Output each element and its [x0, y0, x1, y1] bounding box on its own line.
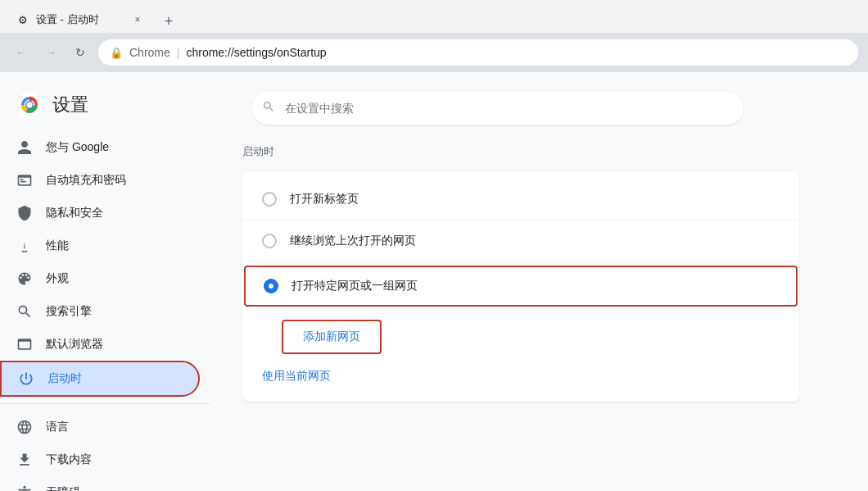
sidebar-label-language: 语言 — [46, 420, 69, 434]
language-icon — [16, 419, 33, 435]
sidebar-item-default-browser[interactable]: 默认浏览器 — [0, 328, 200, 361]
option-new-tab-label: 打开新标签页 — [290, 192, 359, 207]
settings-page-title: 设置 — [52, 93, 88, 117]
sidebar: 设置 您与 Google 自动填充和密码 隐私和安全 — [0, 72, 210, 491]
sidebar-label-appearance: 外观 — [46, 271, 69, 286]
option-continue[interactable]: 继续浏览上次打开的网页 — [242, 220, 799, 261]
lock-icon: 🔒 — [110, 47, 123, 59]
radio-continue[interactable] — [262, 234, 277, 248]
autofill-icon — [16, 172, 33, 189]
svg-point-3 — [27, 102, 33, 108]
new-tab-button[interactable]: + — [157, 10, 180, 33]
refresh-button[interactable]: ↻ — [69, 41, 92, 64]
sidebar-label-google: 您与 Google — [46, 140, 109, 155]
radio-new-tab[interactable] — [262, 192, 277, 207]
tab-close-button[interactable]: × — [131, 13, 144, 26]
sidebar-item-downloads[interactable]: 下载内容 — [0, 443, 200, 476]
browser-icon — [16, 336, 33, 352]
sidebar-label-search: 搜索引擎 — [46, 304, 92, 319]
sidebar-divider — [0, 403, 210, 404]
use-current-button[interactable]: 使用当前网页 — [242, 361, 350, 392]
sidebar-label-default-browser: 默认浏览器 — [46, 337, 103, 352]
svg-rect-5 — [20, 181, 26, 183]
forward-icon: → — [45, 46, 57, 59]
sidebar-label-accessibility: 无障碍 — [46, 485, 80, 491]
chrome-logo-icon — [16, 92, 43, 118]
back-icon: ← — [16, 46, 27, 59]
address-url: chrome://settings/onStartup — [186, 46, 326, 59]
back-button[interactable]: ← — [10, 41, 33, 64]
option-continue-label: 继续浏览上次打开的网页 — [290, 234, 416, 248]
option-new-tab[interactable]: 打开新标签页 — [242, 179, 799, 220]
main-content: 启动时 打开新标签页 继续浏览上次打开的网页 打开特定网页或一组网页 — [210, 72, 868, 491]
active-tab[interactable]: ⚙ 设置 - 启动时 × — [7, 7, 154, 33]
address-input[interactable]: 🔒 Chrome | chrome://settings/onStartup — [98, 39, 858, 66]
startup-icon — [18, 371, 34, 387]
tab-title: 设置 - 启动时 — [36, 12, 124, 27]
settings-container: 设置 您与 Google 自动填充和密码 隐私和安全 — [0, 72, 868, 491]
sidebar-item-language[interactable]: 语言 — [0, 411, 200, 443]
search-icon — [262, 100, 275, 116]
forward-button[interactable]: → — [39, 41, 62, 64]
sidebar-item-startup[interactable]: 启动时 — [0, 361, 200, 397]
sidebar-label-startup: 启动时 — [47, 371, 82, 386]
sidebar-label-privacy: 隐私和安全 — [46, 206, 103, 220]
option-specific-highlighted[interactable]: 打开特定网页或一组网页 — [244, 266, 798, 307]
section-title: 启动时 — [242, 144, 835, 159]
browser-window: ⚙ 设置 - 启动时 × + ← → ↻ 🔒 Chrome | chrome:/… — [0, 0, 868, 72]
svg-rect-4 — [20, 179, 23, 180]
sidebar-item-accessibility[interactable]: 无障碍 — [0, 476, 200, 491]
sidebar-item-performance[interactable]: 性能 — [0, 230, 200, 262]
downloads-icon — [16, 452, 33, 468]
option-specific-label: 打开特定网页或一组网页 — [292, 279, 418, 293]
accessibility-icon — [16, 484, 33, 491]
performance-icon — [16, 238, 33, 254]
sidebar-label-downloads: 下载内容 — [46, 452, 92, 467]
startup-options-card: 打开新标签页 继续浏览上次打开的网页 打开特定网页或一组网页 添加新网页 — [242, 172, 799, 402]
search-input[interactable] — [252, 92, 744, 125]
tab-favicon: ⚙ — [16, 13, 29, 26]
sidebar-item-autofill[interactable]: 自动填充和密码 — [0, 164, 200, 197]
sidebar-item-search[interactable]: 搜索引擎 — [0, 295, 200, 328]
person-icon — [16, 139, 33, 156]
sidebar-item-appearance[interactable]: 外观 — [0, 262, 200, 295]
sidebar-item-google[interactable]: 您与 Google — [0, 131, 200, 164]
settings-search-bar — [252, 92, 744, 125]
tab-bar: ⚙ 设置 - 启动时 × + — [0, 0, 868, 33]
refresh-icon: ↻ — [75, 46, 85, 59]
sidebar-item-privacy[interactable]: 隐私和安全 — [0, 197, 200, 230]
shield-icon — [16, 205, 33, 221]
appearance-icon — [16, 271, 33, 287]
divider-2 — [242, 261, 799, 262]
address-separator: | — [177, 46, 180, 59]
search-icon — [16, 303, 33, 320]
radio-specific[interactable] — [264, 279, 278, 293]
sidebar-label-autofill: 自动填充和密码 — [46, 173, 126, 188]
chrome-label: Chrome — [129, 46, 170, 59]
sidebar-nav: 您与 Google 自动填充和密码 隐私和安全 性能 — [0, 131, 210, 491]
sidebar-label-performance: 性能 — [46, 239, 69, 253]
settings-header: 设置 — [0, 85, 210, 131]
address-bar-row: ← → ↻ 🔒 Chrome | chrome://settings/onSta… — [0, 33, 868, 72]
use-current-container: 使用当前网页 — [242, 361, 799, 392]
add-page-button[interactable]: 添加新网页 — [282, 320, 382, 354]
add-page-container: 添加新网页 — [242, 307, 799, 361]
